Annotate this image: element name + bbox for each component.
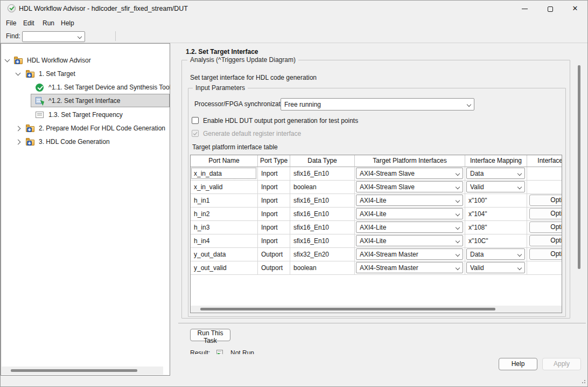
sync-selected-value: Free running — [284, 99, 463, 110]
interface-mapping-address-cell[interactable]: x"100" — [465, 194, 527, 207]
table-row: y_out_data Outport sfix32_En20 AXI4-Stre… — [191, 248, 562, 261]
resize-grip[interactable] — [581, 379, 585, 383]
menu-edit[interactable]: Edit — [23, 19, 34, 27]
tree-item-label: 1. Set Target — [39, 67, 75, 80]
task-title: 1.2. Set Target Interface — [186, 48, 258, 56]
chevron-down-icon — [467, 102, 471, 107]
passed-check-icon — [36, 84, 44, 92]
tree-item-prepare-model[interactable]: 2. Prepare Model For HDL Code Generation — [1, 122, 168, 135]
target-platform-interface-select[interactable]: AXI4-Stream Slave — [356, 168, 463, 179]
data-type-cell: sfix16_En10 — [290, 208, 354, 220]
task-panel: 1.2. Set Target Interface Analysis (^Tri… — [170, 43, 588, 387]
table-header-row: Port Name Port Type Data Type Target Pla… — [191, 155, 562, 167]
port-name-cell[interactable]: h_in3 — [191, 221, 257, 234]
target-platform-interface-select[interactable]: AXI4-Lite — [356, 222, 463, 233]
help-button[interactable]: Help — [499, 358, 537, 370]
tree-item-label: 3. HDL Code Generation — [39, 135, 110, 148]
tree-item-label: ^1.2. Set Target Interface — [48, 94, 121, 107]
task-description: Set target interface for HDL code genera… — [190, 74, 317, 81]
interface-mapping-address-cell[interactable]: x"104" — [465, 208, 527, 220]
chevron-down-icon — [456, 212, 460, 216]
port-name-cell[interactable]: y_out_data — [191, 248, 257, 261]
target-platform-interface-table: Port Name Port Type Data Type Target Pla… — [190, 155, 562, 313]
register-interface-checkbox-label: Generate default register interface — [203, 130, 301, 137]
result-label: Result: — [190, 349, 210, 354]
app-check-icon — [8, 4, 16, 12]
port-name-cell[interactable]: h_in2 — [191, 208, 257, 220]
title-bar[interactable]: HDL Workflow Advisor - hdlcoder_sfir_fix… — [1, 1, 587, 17]
find-label: Find: — [6, 32, 20, 40]
tree-item-hdl-workflow-advisor[interactable]: HDL Workflow Advisor — [1, 54, 168, 67]
target-platform-interface-select[interactable]: AXI4-Stream Master — [356, 248, 463, 260]
menu-help[interactable]: Help — [61, 19, 74, 27]
chevron-down-icon — [456, 225, 460, 230]
port-name-cell[interactable]: h_in1 — [191, 194, 257, 207]
data-type-cell: sfix16_En10 — [290, 234, 354, 247]
port-name-cell[interactable]: x_in_data — [191, 167, 257, 180]
chevron-down-icon — [517, 266, 522, 270]
tree-horizontal-scrollbar[interactable] — [2, 367, 163, 375]
tree-scrollbar-thumb[interactable] — [11, 369, 137, 372]
chevron-expanded-icon[interactable] — [16, 71, 21, 76]
maximize-button[interactable] — [538, 1, 563, 17]
data-type-cell: sfix16_En10 — [290, 221, 354, 234]
port-type-cell: Inport — [258, 234, 290, 247]
table-scrollbar-thumb[interactable] — [200, 308, 495, 310]
testpoints-checkbox[interactable] — [192, 117, 199, 124]
tree-item-set-target-device[interactable]: ^1.1. Set Target Device and Synthesis To… — [1, 81, 168, 94]
port-name-cell[interactable]: h_in4 — [191, 234, 257, 247]
interface-mapping-select[interactable]: Data — [466, 168, 525, 179]
minimize-button[interactable] — [512, 1, 537, 17]
chevron-down-icon — [517, 171, 522, 176]
data-type-cell: sfix32_En20 — [290, 248, 354, 261]
data-type-cell: sfix16_En10 — [290, 167, 354, 180]
close-button[interactable]: ✕ — [563, 1, 587, 17]
tree-item-set-target-interface[interactable]: ^1.2. Set Target Interface — [1, 94, 168, 107]
menu-file[interactable]: File — [6, 19, 16, 27]
sync-select[interactable]: Free running — [281, 98, 474, 110]
run-this-task-button[interactable]: Run This Task — [190, 329, 230, 341]
interface-mapping-address-cell[interactable]: x"108" — [465, 221, 527, 234]
interface-options-button[interactable]: Options — [529, 235, 562, 246]
col-header-port-name: Port Name — [191, 155, 258, 167]
tree-item-set-target-frequency[interactable]: 1.3. Set Target Frequency — [1, 108, 168, 121]
apply-button[interactable]: Apply — [542, 358, 581, 370]
chevron-collapsed-icon[interactable] — [16, 126, 21, 132]
menu-run[interactable]: Run — [43, 19, 54, 27]
target-platform-interface-select[interactable]: AXI4-Lite — [356, 195, 463, 206]
find-bar: Find: — [1, 30, 587, 43]
find-text-field[interactable] — [25, 32, 74, 41]
panel-vertical-scrollbar[interactable] — [578, 65, 580, 269]
window-title: HDL Workflow Advisor - hdlcoder_sfir_fix… — [19, 5, 188, 12]
port-name-cell[interactable]: y_out_valid — [191, 261, 257, 274]
tree-item-set-target[interactable]: 1. Set Target — [1, 67, 168, 80]
port-name-cell[interactable]: x_in_valid — [191, 181, 257, 194]
port-type-cell: Outport — [258, 261, 290, 274]
table-row: h_in2 Inport sfix16_En10 AXI4-Lite x"104… — [191, 208, 562, 221]
testpoints-checkbox-label[interactable]: Enable HDL DUT output port generation fo… — [203, 117, 358, 125]
workflow-folder-icon — [14, 57, 23, 64]
target-platform-interface-select[interactable]: AXI4-Stream Slave — [356, 181, 463, 192]
target-platform-interface-select[interactable]: AXI4-Lite — [356, 235, 463, 246]
find-input[interactable] — [22, 31, 85, 42]
interface-mapping-select[interactable]: Valid — [466, 181, 525, 192]
interface-options-button[interactable]: Options — [529, 222, 562, 233]
interface-mapping-select[interactable]: Data — [466, 248, 525, 260]
chevron-down-icon — [517, 185, 522, 189]
chevron-down-icon[interactable] — [78, 34, 82, 39]
interface-options-button[interactable]: Options — [529, 195, 562, 206]
target-platform-interface-select[interactable]: AXI4-Stream Master — [356, 262, 463, 273]
chevron-collapsed-icon[interactable] — [16, 140, 21, 145]
interface-table-caption: Target platform interface table — [192, 143, 278, 151]
chevron-down-icon — [456, 252, 460, 257]
chevron-expanded-icon[interactable] — [5, 57, 10, 63]
col-header-interface-mapping: Interface Mapping — [465, 155, 527, 167]
minimize-icon — [522, 9, 528, 9]
interface-options-button[interactable]: Options — [529, 208, 562, 219]
table-horizontal-scrollbar[interactable] — [191, 306, 562, 313]
interface-mapping-address-cell[interactable]: x"10C" — [465, 234, 527, 247]
interface-mapping-select[interactable]: Valid — [466, 262, 525, 273]
tree-item-hdl-code-generation[interactable]: 3. HDL Code Generation — [1, 135, 168, 148]
target-platform-interface-select[interactable]: AXI4-Lite — [356, 208, 463, 219]
interface-options-button[interactable]: Options — [529, 248, 562, 260]
